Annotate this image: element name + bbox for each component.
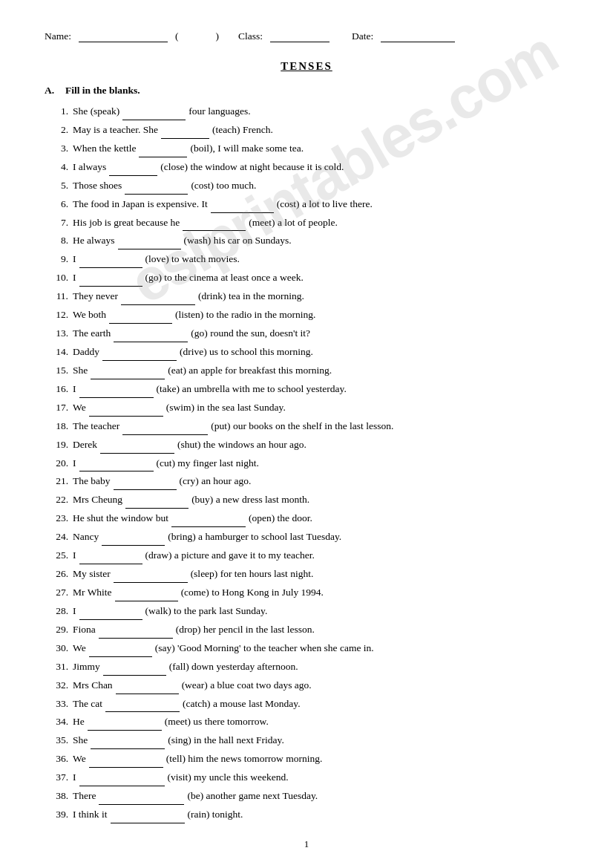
q-number: 22. bbox=[45, 492, 68, 508]
q-text: Daddy (drive) us to school this morning. bbox=[73, 345, 568, 361]
answer-blank[interactable] bbox=[109, 160, 157, 176]
answer-blank[interactable] bbox=[122, 104, 186, 120]
list-item: 31. Jimmy (fall) down yesterday afternoo… bbox=[45, 659, 568, 676]
q-text: We both (listen) to the radio in the mor… bbox=[73, 307, 568, 324]
answer-blank[interactable] bbox=[114, 326, 188, 342]
q-number: 27. bbox=[45, 585, 68, 601]
list-item: 18. The teacher (put) our books on the s… bbox=[45, 419, 568, 435]
answer-blank[interactable] bbox=[171, 511, 246, 527]
answer-blank[interactable] bbox=[161, 123, 209, 139]
list-item: 17. We (swim) in the sea last Sunday. bbox=[45, 400, 568, 417]
answer-blank[interactable] bbox=[79, 770, 165, 786]
q-number: 23. bbox=[45, 511, 68, 526]
q-number: 2. bbox=[45, 123, 68, 138]
answer-blank[interactable] bbox=[114, 474, 177, 490]
answer-blank[interactable] bbox=[118, 233, 181, 249]
list-item: 16. I (take) an umbrella with me to scho… bbox=[45, 382, 568, 398]
answer-blank[interactable] bbox=[79, 456, 154, 472]
q-text: Mr White (come) to Hong Kong in July 199… bbox=[73, 585, 568, 601]
q-text: She (speak) four languages. bbox=[73, 104, 568, 120]
q-number: 32. bbox=[45, 678, 68, 694]
answer-blank[interactable] bbox=[122, 419, 208, 435]
q-text: She (eat) an apple for breakfast this mo… bbox=[73, 363, 568, 379]
list-item: 35. She (sing) in the hall next Friday. bbox=[45, 733, 568, 749]
answer-blank[interactable] bbox=[99, 622, 173, 639]
q-text: We (tell) him the news tomorrow morning. bbox=[73, 751, 568, 768]
answer-blank[interactable] bbox=[115, 585, 178, 601]
q-number: 33. bbox=[45, 696, 68, 712]
answer-blank[interactable] bbox=[79, 270, 142, 287]
list-item: 24. Nancy (bring) a hamburger to school … bbox=[45, 529, 568, 546]
answer-blank[interactable] bbox=[102, 529, 165, 546]
list-item: 5. Those shoes (cost) too much. bbox=[45, 178, 568, 195]
list-item: 1. She (speak) four languages. bbox=[45, 104, 568, 120]
answer-blank[interactable] bbox=[105, 696, 180, 713]
q-number: 4. bbox=[45, 160, 68, 175]
q-text: The food in Japan is expensive. It (cost… bbox=[73, 197, 568, 213]
answer-blank[interactable] bbox=[121, 289, 195, 305]
q-text: His job is great because he (meet) a lot… bbox=[73, 215, 568, 232]
q-number: 38. bbox=[45, 789, 68, 804]
answer-blank[interactable] bbox=[79, 548, 142, 564]
answer-blank[interactable] bbox=[103, 659, 166, 676]
answer-blank[interactable] bbox=[99, 789, 184, 805]
list-item: 29. Fiona (drop) her pencil in the last … bbox=[45, 622, 568, 639]
list-item: 34. He (meet) us there tomorrow. bbox=[45, 714, 568, 731]
answer-blank[interactable] bbox=[89, 751, 163, 768]
answer-blank[interactable] bbox=[88, 714, 162, 731]
answer-blank[interactable] bbox=[211, 197, 274, 213]
date-label: Date: bbox=[352, 30, 373, 42]
answer-blank[interactable] bbox=[125, 492, 189, 509]
answer-blank[interactable] bbox=[100, 437, 174, 454]
list-item: 32. Mrs Chan (wear) a blue coat two days… bbox=[45, 678, 568, 694]
q-number: 17. bbox=[45, 400, 68, 416]
answer-blank[interactable] bbox=[79, 382, 154, 398]
answer-blank[interactable] bbox=[102, 345, 177, 361]
answer-blank[interactable] bbox=[91, 733, 165, 749]
q-number: 18. bbox=[45, 419, 68, 434]
list-item: 12. We both (listen) to the radio in the… bbox=[45, 307, 568, 324]
q-number: 6. bbox=[45, 197, 68, 212]
q-text: He shut the window but (open) the door. bbox=[73, 511, 568, 527]
answer-blank[interactable] bbox=[183, 215, 246, 232]
answer-blank[interactable] bbox=[89, 641, 152, 657]
q-number: 30. bbox=[45, 641, 68, 656]
answer-blank[interactable] bbox=[109, 307, 172, 324]
answer-blank[interactable] bbox=[125, 178, 188, 195]
q-text: The earth (go) round the sun, doesn't it… bbox=[73, 326, 568, 342]
list-item: 37. I (visit) my uncle this weekend. bbox=[45, 770, 568, 786]
q-text: May is a teacher. She (teach) French. bbox=[73, 123, 568, 139]
list-item: 30. We (say) 'Good Morning' to the teach… bbox=[45, 641, 568, 657]
list-item: 26. My sister (sleep) for ten hours last… bbox=[45, 567, 568, 583]
answer-blank[interactable] bbox=[139, 141, 187, 157]
q-number: 36. bbox=[45, 751, 68, 767]
name-label: Name: bbox=[45, 30, 71, 42]
q-text: We (swim) in the sea last Sunday. bbox=[73, 400, 568, 417]
list-item: 13. The earth (go) round the sun, doesn'… bbox=[45, 326, 568, 342]
answer-blank[interactable] bbox=[114, 567, 188, 583]
questions-list: 1. She (speak) four languages. 2. May is… bbox=[45, 104, 568, 823]
answer-blank[interactable] bbox=[91, 363, 165, 379]
answer-blank[interactable] bbox=[79, 604, 142, 620]
list-item: 27. Mr White (come) to Hong Kong in July… bbox=[45, 585, 568, 601]
answer-blank[interactable] bbox=[111, 807, 185, 823]
q-text: I (walk) to the park last Sunday. bbox=[73, 604, 568, 620]
list-item: 3. When the kettle (boil), I will make s… bbox=[45, 141, 568, 157]
list-item: 38. There (be) another game next Tuesday… bbox=[45, 789, 568, 805]
list-item: 23. He shut the window but (open) the do… bbox=[45, 511, 568, 527]
q-text: They never (drink) tea in the morning. bbox=[73, 289, 568, 305]
list-item: 39. I think it (rain) tonight. bbox=[45, 807, 568, 823]
parens-close: ) bbox=[216, 30, 220, 42]
q-number: 31. bbox=[45, 659, 68, 675]
answer-blank[interactable] bbox=[79, 252, 142, 268]
list-item: 19. Derek (shut) the windows an hour ago… bbox=[45, 437, 568, 454]
answer-blank[interactable] bbox=[116, 678, 179, 694]
list-item: 6. The food in Japan is expensive. It (c… bbox=[45, 197, 568, 213]
q-number: 1. bbox=[45, 104, 68, 120]
list-item: 4. I always (close) the window at night … bbox=[45, 160, 568, 176]
q-text: My sister (sleep) for ten hours last nig… bbox=[73, 567, 568, 583]
list-item: 7. His job is great because he (meet) a … bbox=[45, 215, 568, 232]
q-number: 3. bbox=[45, 141, 68, 157]
answer-blank[interactable] bbox=[89, 400, 163, 417]
q-number: 13. bbox=[45, 326, 68, 342]
